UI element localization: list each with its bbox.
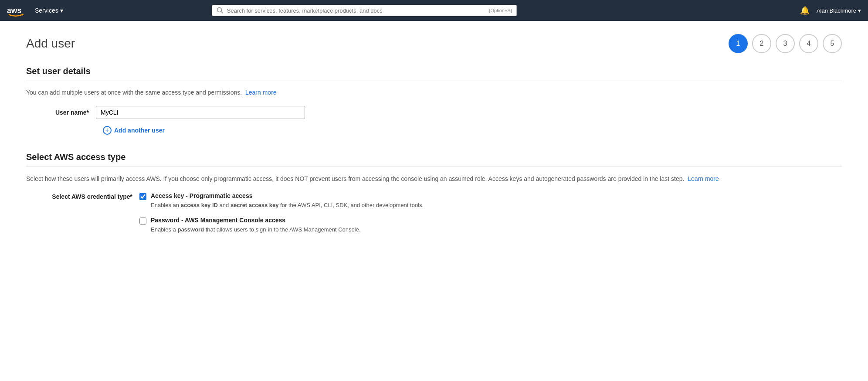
- programmatic-access-option: Access key - Programmatic access Enables…: [139, 192, 424, 210]
- plus-circle-icon: +: [103, 126, 112, 135]
- access-type-learn-more[interactable]: Learn more: [688, 175, 719, 182]
- step-2-number: 2: [760, 40, 764, 48]
- add-another-user-button[interactable]: + Add another user: [103, 126, 165, 135]
- set-user-details-section: Set user details You can add multiple us…: [26, 66, 842, 135]
- search-shortcut: [Option+S]: [489, 8, 512, 13]
- step-4[interactable]: 4: [799, 34, 818, 53]
- programmatic-access-title: Access key - Programmatic access: [151, 192, 424, 199]
- select-access-type-section: Select AWS access type Select how these …: [26, 152, 842, 234]
- step-5[interactable]: 5: [823, 34, 842, 53]
- services-button[interactable]: Services ▾: [31, 7, 67, 14]
- step-4-number: 4: [807, 40, 811, 48]
- username-form-row: User name*: [26, 106, 842, 119]
- user-name: Alan Blackmore: [817, 7, 856, 14]
- programmatic-access-text: Access key - Programmatic access Enables…: [151, 192, 424, 210]
- access-type-description: Select how these users will primarily ac…: [26, 174, 842, 184]
- console-access-title: Password - AWS Management Console access: [151, 217, 361, 224]
- user-dropdown-icon: ▾: [858, 7, 861, 14]
- search-input[interactable]: [227, 7, 486, 14]
- programmatic-access-checkbox[interactable]: [139, 193, 146, 200]
- console-access-checkbox[interactable]: [139, 218, 146, 225]
- page-header: Add user 1 2 3 4 5: [26, 34, 842, 53]
- svg-line-3: [221, 12, 223, 14]
- aws-logo[interactable]: aws: [7, 4, 24, 17]
- set-user-details-learn-more[interactable]: Learn more: [245, 89, 277, 96]
- page-title: Add user: [26, 37, 75, 51]
- user-menu-button[interactable]: Alan Blackmore ▾: [817, 7, 861, 14]
- credential-type-row: Select AWS credential type* Access key -…: [26, 192, 842, 234]
- search-icon: [217, 7, 224, 14]
- main-content: Add user 1 2 3 4 5 Set user details You …: [0, 21, 868, 381]
- navbar: aws Services ▾ [Option+S] 🔔 Alan Blackmo…: [0, 0, 868, 21]
- username-input[interactable]: [96, 106, 305, 119]
- set-user-details-title: Set user details: [26, 66, 842, 81]
- username-label: User name*: [26, 109, 96, 116]
- services-dropdown-icon: ▾: [60, 7, 63, 14]
- search-bar: [Option+S]: [212, 5, 517, 16]
- services-label: Services: [35, 7, 58, 14]
- credential-options: Access key - Programmatic access Enables…: [139, 192, 424, 234]
- svg-marker-1: [22, 14, 24, 16]
- set-user-details-desc: You can add multiple users at once with …: [26, 88, 842, 97]
- programmatic-access-desc: Enables an access key ID and secret acce…: [151, 201, 424, 210]
- set-user-details-desc-text: You can add multiple users at once with …: [26, 89, 242, 96]
- add-another-user-label: Add another user: [114, 127, 165, 134]
- select-access-type-title: Select AWS access type: [26, 152, 842, 167]
- programmatic-access-title-text: Access key - Programmatic access: [151, 192, 252, 199]
- console-access-title-text: Password - AWS Management Console access: [151, 217, 285, 224]
- navbar-right: 🔔 Alan Blackmore ▾: [800, 6, 861, 15]
- add-another-row: + Add another user: [103, 126, 842, 135]
- bell-icon[interactable]: 🔔: [800, 6, 810, 15]
- step-3[interactable]: 3: [776, 34, 795, 53]
- credential-type-label: Select AWS credential type*: [26, 192, 139, 200]
- console-access-option: Password - AWS Management Console access…: [139, 217, 424, 234]
- step-5-number: 5: [831, 40, 834, 48]
- step-1[interactable]: 1: [729, 34, 748, 53]
- step-2[interactable]: 2: [752, 34, 771, 53]
- step-1-number: 1: [736, 40, 740, 48]
- step-indicators: 1 2 3 4 5: [729, 34, 842, 53]
- step-3-number: 3: [783, 40, 787, 48]
- console-access-desc: Enables a password that allows users to …: [151, 225, 361, 234]
- access-desc-text: Select how these users will primarily ac…: [26, 175, 684, 182]
- console-access-text: Password - AWS Management Console access…: [151, 217, 361, 234]
- svg-text:aws: aws: [7, 6, 21, 15]
